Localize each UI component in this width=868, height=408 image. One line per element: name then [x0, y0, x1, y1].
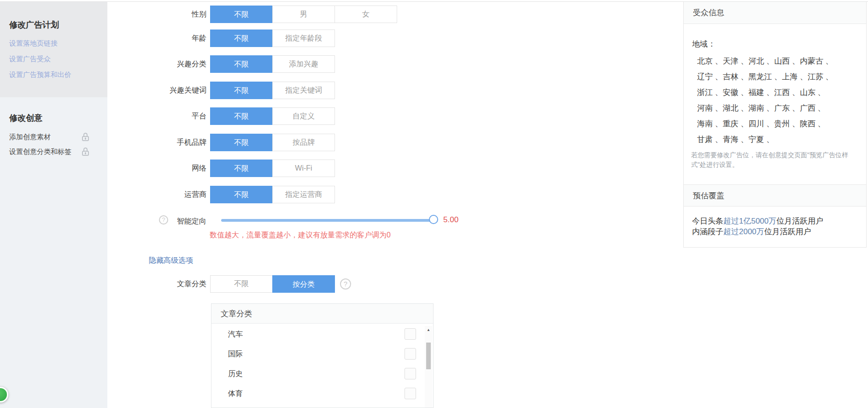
- smart-targeting-label: 智能定向: [107, 213, 206, 230]
- sidebar: 修改广告计划 设置落地页链接 设置广告受众 设置广告预算和出价 修改创意 添加创…: [0, 2, 107, 408]
- article-category-item: 体育: [211, 384, 423, 403]
- row-label: 性别: [107, 6, 206, 23]
- segmented-control: 不限添加兴趣: [211, 55, 335, 73]
- targeting-option[interactable]: 按品牌: [272, 134, 335, 151]
- audience-info-panel: 受众信息 地域： 北京 、天津 、河北 、山西 、内蒙古 、辽宁 、吉林 、黑龙…: [683, 2, 867, 248]
- smart-targeting-warning: 数值越大，流量覆盖越小，建议有放量需求的客户调为0: [210, 231, 391, 240]
- smart-targeting-row: ? 智能定向 5.00: [107, 213, 522, 230]
- form-row: 平台不限自定义: [107, 107, 522, 125]
- region-line: 北京 、天津 、河北 、山西 、内蒙古 、: [697, 53, 833, 69]
- article-category-item-label: 国际: [228, 344, 243, 364]
- article-category-options: 不限按分类: [211, 275, 335, 293]
- row-label: 年龄: [107, 30, 206, 47]
- question-circle-icon[interactable]: ?: [340, 278, 351, 290]
- article-category-option[interactable]: 不限: [210, 275, 273, 293]
- targeting-option[interactable]: 添加兴趣: [272, 55, 335, 73]
- article-category-option[interactable]: 按分类: [272, 275, 335, 293]
- targeting-option[interactable]: 女: [334, 6, 397, 23]
- segmented-control: 不限自定义: [211, 107, 335, 125]
- ad-plan-edit-page: 修改广告计划 设置落地页链接 设置广告受众 设置广告预算和出价 修改创意 添加创…: [0, 0, 868, 408]
- smart-targeting-value: 5.00: [443, 215, 458, 225]
- region-line: 辽宁 、吉林 、黑龙江 、上海 、江苏 、: [697, 69, 833, 85]
- region-line: 浙江 、安徽 、福建 、江西 、山东 、: [697, 85, 833, 101]
- sidebar-item-add-creative[interactable]: 添加创意素材: [9, 133, 51, 142]
- lock-icon: [82, 133, 89, 141]
- row-label: 兴趣关键词: [107, 82, 206, 99]
- sidebar-creative-title: 修改创意: [9, 112, 42, 124]
- article-category-item: 国际: [211, 344, 423, 364]
- form-row: 手机品牌不限按品牌: [107, 134, 522, 151]
- targeting-option[interactable]: 指定运营商: [272, 186, 335, 203]
- targeting-option[interactable]: 指定年龄段: [272, 30, 335, 47]
- targeting-option[interactable]: 不限: [210, 134, 273, 151]
- article-category-item-label: 历史: [228, 364, 243, 384]
- article-category-item: 汽车: [211, 324, 423, 344]
- audience-info-title: 受众信息: [693, 2, 724, 24]
- hide-advanced-options-link[interactable]: 隐藏高级选项: [149, 256, 193, 266]
- lock-icon: [82, 148, 89, 156]
- article-category-item-label: 汽车: [228, 324, 243, 344]
- targeting-option[interactable]: 不限: [210, 186, 273, 203]
- targeting-option[interactable]: 自定义: [272, 107, 335, 125]
- article-category-checkbox[interactable]: [405, 368, 416, 379]
- article-category-checkbox[interactable]: [405, 328, 416, 340]
- sidebar-item-budget-bid[interactable]: 设置广告预算和出价: [9, 71, 71, 79]
- smart-targeting-slider-track[interactable]: [221, 219, 434, 222]
- targeting-option[interactable]: 不限: [210, 6, 273, 23]
- row-label: 兴趣分类: [107, 55, 206, 73]
- row-label: 平台: [107, 107, 206, 125]
- article-category-checkbox[interactable]: [405, 388, 416, 399]
- coverage-line: 今日头条超过1亿5000万位月活跃用户: [692, 216, 823, 226]
- row-label: 运营商: [107, 186, 206, 203]
- targeting-option[interactable]: 男: [272, 6, 335, 23]
- article-category-row: 文章分类 不限按分类 ?: [107, 275, 522, 293]
- scrollbar-thumb[interactable]: [426, 343, 431, 369]
- segmented-control: 不限Wi-Fi: [211, 160, 335, 177]
- targeting-option[interactable]: 不限: [210, 107, 273, 125]
- sidebar-item-creative-tags[interactable]: 设置创意分类和标签: [9, 148, 71, 156]
- targeting-option[interactable]: 不限: [210, 82, 273, 99]
- segmented-control: 不限指定关键词: [211, 82, 335, 99]
- form-row: 运营商不限指定运营商: [107, 186, 522, 203]
- sidebar-item-ad-audience[interactable]: 设置广告受众: [9, 55, 51, 64]
- targeting-option[interactable]: 不限: [210, 160, 273, 177]
- coverage-highlight: 超过2000万: [723, 227, 764, 236]
- region-line: 河南 、湖北 、湖南 、广东 、广西 、: [697, 101, 833, 116]
- region-list: 北京 、天津 、河北 、山西 、内蒙古 、辽宁 、吉林 、黑龙江 、上海 、江苏…: [697, 53, 833, 148]
- scroll-up-arrow-icon[interactable]: ▲: [425, 327, 432, 333]
- coverage-suffix: 位月活跃用户: [776, 217, 823, 225]
- coverage-title: 预估覆盖: [693, 185, 724, 207]
- region-line: 甘肃 、青海 、宁夏 、: [697, 132, 833, 148]
- sidebar-item-landing-page[interactable]: 设置落地页链接: [9, 39, 58, 48]
- placement-note: 若您需要修改广告位，请在创意提交页面"预览广告位样式"处进行设置。: [691, 150, 860, 170]
- segmented-control: 不限指定运营商: [211, 186, 335, 203]
- targeting-option[interactable]: 指定关键词: [272, 82, 335, 99]
- targeting-option[interactable]: 不限: [210, 55, 273, 73]
- article-category-item-label: 体育: [228, 384, 243, 403]
- region-label: 地域：: [692, 39, 716, 49]
- coverage-highlight: 超过1亿5000万: [723, 217, 776, 225]
- sidebar-plan-title: 修改广告计划: [9, 19, 59, 30]
- coverage-header: 预估覆盖: [684, 184, 866, 207]
- row-label: 网络: [107, 160, 206, 177]
- coverage-line: 内涵段子超过2000万位月活跃用户: [692, 226, 823, 237]
- coverage-suffix: 位月活跃用户: [764, 227, 811, 236]
- targeting-option[interactable]: 不限: [210, 30, 273, 47]
- sidebar-plan-section: 修改广告计划 设置落地页链接 设置广告受众 设置广告预算和出价: [0, 2, 107, 97]
- segmented-control: 不限指定年龄段: [211, 30, 335, 47]
- coverage-prefix: 今日头条: [692, 217, 723, 225]
- targeting-option[interactable]: Wi-Fi: [272, 160, 335, 177]
- smart-targeting-slider-handle[interactable]: [429, 215, 438, 224]
- form-row: 网络不限Wi-Fi: [107, 160, 522, 177]
- form-row: 兴趣关键词不限指定关键词: [107, 82, 522, 99]
- form-row: 年龄不限指定年龄段: [107, 30, 522, 47]
- article-panel-header: 文章分类: [211, 304, 433, 324]
- article-category-checkbox[interactable]: [405, 348, 416, 360]
- article-panel-title: 文章分类: [221, 304, 252, 324]
- scrollbar[interactable]: ▲: [425, 326, 432, 408]
- article-category-list: 汽车国际历史体育: [211, 324, 423, 403]
- coverage-estimate: 今日头条超过1亿5000万位月活跃用户内涵段子超过2000万位月活跃用户: [692, 216, 823, 237]
- coverage-prefix: 内涵段子: [692, 227, 723, 236]
- form-row: 兴趣分类不限添加兴趣: [107, 55, 522, 73]
- region-line: 海南 、重庆 、四川 、贵州 、陕西 、: [697, 116, 833, 132]
